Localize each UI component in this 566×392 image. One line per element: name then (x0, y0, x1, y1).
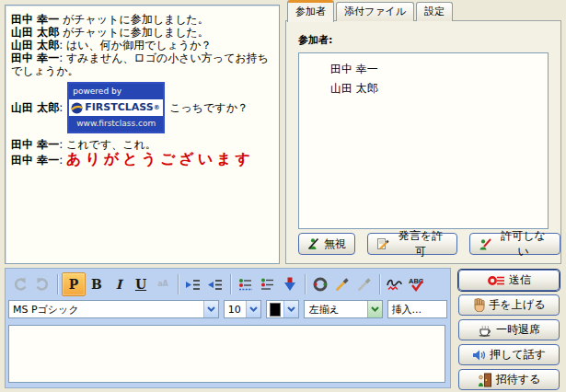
bullet-list-alt-button[interactable] (257, 273, 279, 295)
deny-permission-icon (479, 237, 491, 250)
participant-item[interactable]: 田中 幸一 (299, 60, 548, 79)
ignore-user-icon (307, 237, 320, 250)
toolbar-separator (230, 274, 231, 294)
participants-heading: 参加者: (298, 33, 332, 47)
tab-participants[interactable]: 参加者 (287, 0, 334, 22)
chat-transcript[interactable]: 田中 幸一 がチャットに参加しました。 山田 太郎 がチャットに参加しました。 … (5, 5, 280, 264)
italic-button[interactable]: I (108, 273, 130, 295)
bold-button[interactable]: B (86, 273, 108, 295)
redo-icon (34, 276, 51, 293)
chat-message: 田中 幸一: すみません、ロゴの小さい方ってお持ちでしょうか。 (11, 52, 273, 77)
bullet-list-alt-icon (260, 276, 276, 293)
undo-icon (12, 276, 29, 293)
font-toolbar: MS Pゴシック 10 左揃え (6, 299, 450, 319)
step-away-icon (478, 323, 492, 337)
allow-speech-icon (376, 237, 389, 250)
chevron-down-icon[interactable] (367, 301, 382, 317)
chat-message: 田中 幸一: これです、これ。 (11, 138, 273, 151)
indent-increase-icon (185, 276, 202, 293)
raise-hand-icon (473, 298, 486, 312)
color-wheel-icon (312, 276, 329, 293)
font-color-select[interactable] (266, 300, 299, 318)
down-arrow-icon (282, 276, 298, 293)
spell-check-icon: ABC (408, 276, 426, 293)
raise-hand-button[interactable]: 手を上げる (458, 294, 560, 316)
moderation-buttons: 無視 発言を許可 許可しない (298, 233, 560, 255)
participants-list[interactable]: 田中 幸一 山田 太郎 (298, 52, 549, 229)
eyedropper-icon (334, 276, 351, 293)
send-button[interactable]: 送信 (458, 270, 560, 291)
align-select[interactable]: 左揃え (304, 300, 382, 318)
font-size-icon[interactable]: aA (152, 273, 174, 295)
chat-message: 山田 太郎 がチャットに参加しました。 (11, 26, 273, 39)
chat-message-emphasized: 田中 幸一: ありがとうございます (11, 153, 273, 167)
plain-style-button[interactable]: P (62, 272, 86, 296)
ignore-button[interactable]: 無視 (298, 233, 355, 255)
logo-powered-by: powered by (69, 84, 163, 99)
redo-button[interactable] (31, 273, 53, 295)
indent-decrease-button[interactable] (204, 273, 226, 295)
toolbar-separator (379, 274, 380, 294)
tab-strip: 参加者 添付ファイル 設定 (287, 3, 455, 21)
invite-icon (478, 373, 492, 387)
compose-panel: P B I U aA (5, 268, 451, 388)
spell-check-button[interactable]: ABC (406, 273, 428, 295)
bullet-list-icon (237, 276, 254, 293)
eyedropper-button[interactable] (331, 273, 353, 295)
logo-url: www.firstclass.com (69, 116, 163, 132)
action-buttons: 送信 手を上げる 一時退席 (458, 270, 560, 390)
firstclass-globe-icon (71, 102, 83, 114)
chevron-down-icon[interactable] (246, 301, 260, 317)
chat-message: 田中 幸一 がチャットに参加しました。 (11, 13, 273, 26)
eyedropper-disabled-icon (356, 276, 373, 293)
format-toolbar: P B I U aA (6, 269, 450, 299)
step-away-button[interactable]: 一時退席 (458, 319, 560, 340)
spell-as-you-type-button[interactable] (384, 273, 406, 295)
toolbar-separator (178, 274, 179, 294)
indent-decrease-icon (207, 276, 224, 293)
chat-message-with-logo: 山田 太郎: powered by FIRSTCLASS® www.firstc… (11, 82, 273, 133)
tab-settings[interactable]: 設定 (416, 2, 453, 21)
chevron-down-icon[interactable] (203, 301, 218, 317)
toolbar-separator (305, 274, 306, 294)
font-select[interactable]: MS Pゴシック (8, 300, 219, 318)
chat-window: 田中 幸一 がチャットに参加しました。 山田 太郎 がチャットに参加しました。 … (0, 0, 566, 392)
tab-attachments[interactable]: 添付ファイル (336, 2, 414, 21)
invite-button[interactable]: 招待する (458, 369, 560, 390)
underline-button[interactable]: U (130, 273, 152, 295)
undo-button[interactable] (9, 273, 31, 295)
firstclass-logo: powered by FIRSTCLASS® www.firstclass.co… (67, 82, 165, 133)
chevron-down-icon[interactable] (283, 301, 298, 317)
chat-message: 山田 太郎: はい、何か御用でしょうか？ (11, 39, 273, 52)
logo-brand-text: FIRSTCLASS® (85, 101, 159, 114)
indent-increase-button[interactable] (182, 273, 204, 295)
bullet-list-button[interactable] (235, 273, 257, 295)
push-to-talk-icon (472, 349, 486, 362)
color-swatch (270, 303, 281, 317)
font-size-select[interactable]: 10 (224, 300, 262, 318)
move-down-button[interactable] (279, 273, 301, 295)
message-input[interactable] (8, 325, 445, 383)
deny-permission-button[interactable]: 許可しない (469, 233, 560, 255)
allow-speech-button[interactable]: 発言を許可 (367, 233, 457, 255)
eyedropper-disabled-button[interactable] (353, 273, 375, 295)
participant-item[interactable]: 山田 太郎 (299, 79, 548, 98)
participants-panel: 参加者: 田中 幸一 山田 太郎 無視 (285, 20, 561, 264)
send-icon (487, 274, 505, 287)
signature-icon (386, 276, 404, 293)
color-wheel-button[interactable] (309, 273, 331, 295)
insert-menu[interactable]: 挿入... (387, 300, 447, 318)
push-to-talk-button[interactable]: 押して話す (458, 344, 560, 365)
toolbar-separator (57, 274, 58, 294)
